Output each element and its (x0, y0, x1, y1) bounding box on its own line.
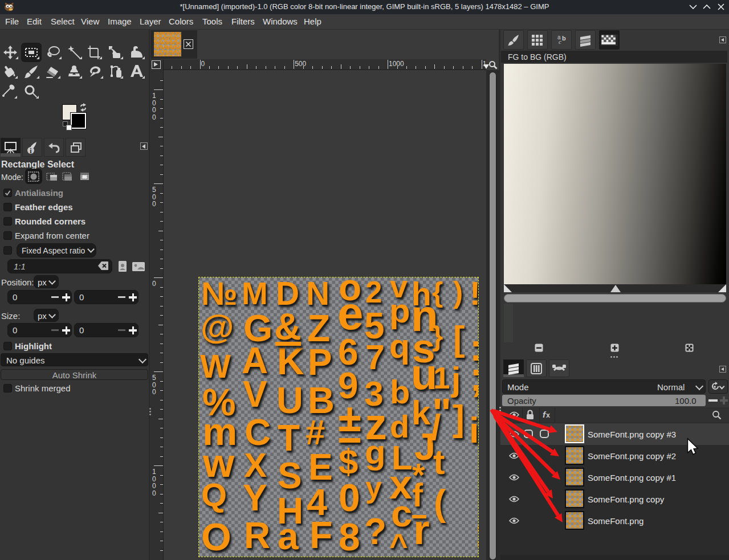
svg-text:b: b (562, 35, 566, 42)
svg-text:c: c (559, 38, 561, 45)
